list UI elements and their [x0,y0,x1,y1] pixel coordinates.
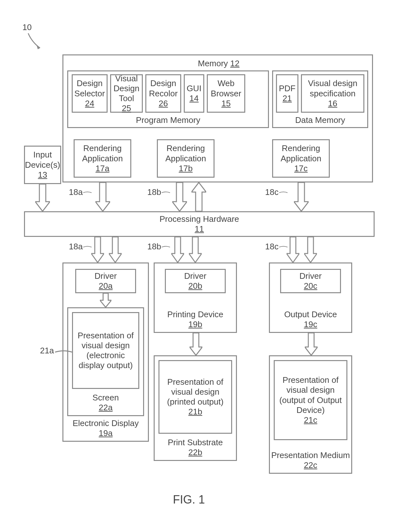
svg-marker-8 [171,237,184,262]
lead-10 [26,33,45,52]
svg-marker-13 [190,333,202,355]
svg-marker-10 [287,237,299,262]
web-browser: Web Browser15 [207,74,245,113]
svg-marker-4 [191,182,206,211]
design-selector: Design Selector24 [72,74,108,113]
svg-marker-1 [35,184,50,211]
svg-marker-12 [100,293,111,307]
arrow-input-to-proc [35,184,50,212]
rendering-app-c: Rendering Application17c [272,139,330,178]
arrow-driver-a-down [100,293,111,307]
label-18a-lower: 18a​ [69,242,92,252]
ref-21a: 21a [40,346,54,356]
presentation-b: Presentation of visual design (printed o… [158,360,232,434]
ref-10: 10 [22,22,32,32]
pdf: PDF21 [276,74,298,113]
svg-marker-9 [189,237,202,262]
design-recolor: Design Recolor26 [145,74,181,113]
lead-21a [54,349,74,355]
label-18a-upper: 18a​ [69,187,92,197]
rendering-app-a: Rendering Application17a [74,139,131,178]
rendering-app-b: Rendering Application17b [157,139,215,178]
driver-a: Driver20a [75,269,136,293]
label-18c-lower: 18c​ [265,242,288,252]
presentation-a: Presentation of visual design (electroni… [72,312,139,389]
svg-marker-7 [109,237,122,262]
arrow-19c-down [305,333,318,355]
gui: GUI14 [184,74,204,113]
driver-b: Driver20b [165,269,226,293]
label-18b-upper: 18b​ [147,187,171,197]
input-device: Input Device(s)13 [24,146,61,184]
arrow-rendera-down [95,182,110,211]
arrow-renderc-down [294,182,309,211]
visual-design-tool: Visual Design Tool25 [110,74,143,113]
svg-marker-11 [304,237,317,262]
svg-marker-6 [91,237,104,262]
arrow-proc-to-19b-2 [189,237,202,262]
label-18b-lower: 18b​ [147,242,171,252]
svg-marker-2 [95,182,110,211]
visual-design-spec: Visual design specification16 [301,74,364,113]
arrow-proc-to-renderb [191,182,206,211]
arrow-proc-to-19a-1 [91,237,104,262]
arrow-proc-to-19c-2 [304,237,317,262]
label-18c-upper: 18c​ [265,187,288,197]
presentation-c: Presentation of visual design (output of… [274,360,347,440]
arrow-19b-down [190,333,202,355]
driver-c: Driver20c [280,269,341,293]
processing-hardware: Processing Hardware11 [24,211,375,237]
svg-marker-5 [294,182,309,211]
memory-label: Memory 12 [172,59,265,69]
arrow-proc-to-19a-2 [109,237,122,262]
arrow-renderb-down [172,182,187,211]
program-memory-label: Program Memory [122,115,215,125]
svg-marker-3 [172,182,187,211]
svg-marker-14 [305,333,318,355]
diagram-canvas: 10 Memory 12 Program Memory Data Memory … [13,13,384,519]
data-memory-label: Data Memory [285,115,355,125]
arrow-proc-to-19c-1 [287,237,299,262]
figure-label: FIG. 1 [173,493,205,506]
arrow-proc-to-19b-1 [171,237,184,262]
